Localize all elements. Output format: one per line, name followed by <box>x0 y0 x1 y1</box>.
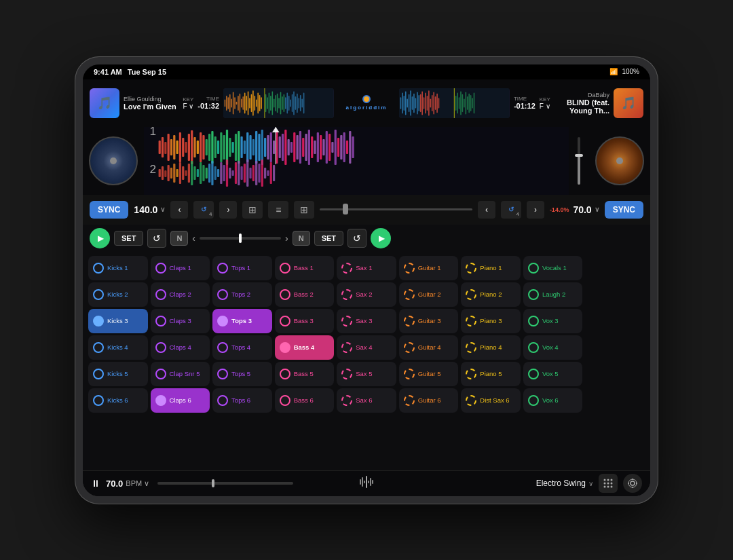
pad-dist-sax-6[interactable]: Dist Sax 6 <box>461 388 521 413</box>
nav-prev-right[interactable]: ‹ <box>478 201 495 219</box>
svg-rect-81 <box>466 92 467 114</box>
pad-bass-4[interactable]: Bass 4 <box>275 335 335 360</box>
pad-claps-6[interactable]: Claps 6 <box>151 388 210 413</box>
status-date: Tue Sep 15 <box>128 68 166 76</box>
pad-circle-bass-5 <box>280 369 290 379</box>
pad-tops-2[interactable]: Tops 2 <box>212 282 272 307</box>
pad-kicks-3[interactable]: Kicks 3 <box>88 309 148 333</box>
svg-rect-118 <box>244 141 246 154</box>
pad-label-laugh-2: Laugh 2 <box>542 291 565 298</box>
play-btn-left[interactable] <box>90 228 110 248</box>
loop-arrow-right[interactable]: ↺ <box>347 229 366 248</box>
grid-dots-btn[interactable] <box>599 474 618 493</box>
cue-n-right[interactable]: N <box>293 231 310 246</box>
svg-rect-110 <box>220 132 222 162</box>
svg-point-216 <box>628 479 637 487</box>
pad-kicks-6[interactable]: Kicks 6 <box>88 388 148 413</box>
pad-tops-3[interactable]: Tops 3 <box>212 309 272 333</box>
pad-kicks-4[interactable]: Kicks 4 <box>88 335 148 360</box>
pad-sax-6[interactable]: Sax 6 <box>337 388 396 413</box>
status-bar: 9:41 AM Tue Sep 15 📶 100% <box>83 64 650 79</box>
pad-piano-3[interactable]: Piano 3 <box>461 309 521 333</box>
settings-btn[interactable] <box>623 474 642 493</box>
loop-4-right[interactable]: ↺4 <box>501 201 521 219</box>
grid-btn-left[interactable]: ⊞ <box>294 201 314 219</box>
pad-claps-4[interactable]: Claps 4 <box>151 335 210 360</box>
pad-label-guitar-3: Guitar 3 <box>418 317 441 324</box>
pad-guitar-6[interactable]: Guitar 6 <box>399 388 459 413</box>
crossfader-track[interactable] <box>320 208 472 210</box>
pause-btn[interactable]: ⏸ <box>91 478 100 489</box>
svg-rect-71 <box>434 92 435 114</box>
pitch-bar-left[interactable] <box>200 237 281 240</box>
pad-sax-1[interactable]: Sax 1 <box>337 256 396 280</box>
pad-vox-3[interactable]: Vox 3 <box>523 309 583 333</box>
pad-sax-3[interactable]: Sax 3 <box>337 309 396 333</box>
pad-guitar-5[interactable]: Guitar 5 <box>399 362 459 386</box>
pad-kicks-1[interactable]: Kicks 1 <box>88 256 148 280</box>
mixer-btn-left[interactable]: ≡ <box>268 201 288 219</box>
set-btn-right[interactable]: SET <box>314 231 343 246</box>
pad-piano-4[interactable]: Piano 4 <box>461 335 521 360</box>
nav-prev-left[interactable]: ‹ <box>170 201 188 219</box>
pad-piano-5[interactable]: Piano 5 <box>461 362 521 386</box>
pad-piano-2[interactable]: Piano 2 <box>461 282 521 307</box>
sync-btn-right[interactable]: SYNC <box>605 201 643 219</box>
center-eq-icon[interactable] <box>358 474 375 493</box>
nav-next-left[interactable]: › <box>219 201 237 219</box>
pad-guitar-1[interactable]: Guitar 1 <box>399 256 459 280</box>
pad-clap-snr-5[interactable]: Clap Snr 5 <box>151 362 210 386</box>
cue-n-left[interactable]: N <box>170 231 188 246</box>
pad-tops-1[interactable]: Tops 1 <box>212 256 272 280</box>
pitch-prev-left[interactable]: ‹ <box>192 233 195 244</box>
pad-piano-1[interactable]: Piano 1 <box>461 256 521 280</box>
pad-label-vox-4: Vox 4 <box>542 343 559 351</box>
bottom-bpm-label[interactable]: BPM ∨ <box>126 479 149 488</box>
pad-tops-5[interactable]: Tops 5 <box>212 362 272 386</box>
bpm-arrow-right[interactable]: ∨ <box>595 206 599 213</box>
pad-guitar-3[interactable]: Guitar 3 <box>399 309 459 333</box>
sync-btn-left[interactable]: SYNC <box>90 201 128 219</box>
nav-next-right[interactable]: › <box>527 201 544 219</box>
fx-btn-left[interactable]: ⊞ <box>242 201 263 219</box>
pad-tops-6[interactable]: Tops 6 <box>212 388 272 413</box>
pad-vocals-1[interactable]: Vocals 1 <box>523 256 583 280</box>
pad-vox-4[interactable]: Vox 4 <box>523 335 583 360</box>
pad-claps-1[interactable]: Claps 1 <box>151 256 210 280</box>
svg-rect-109 <box>217 141 219 154</box>
pad-label-claps-6: Claps 6 <box>170 396 191 404</box>
pad-sax-4[interactable]: Sax 4 <box>337 335 396 360</box>
pad-bass-1[interactable]: Bass 1 <box>275 256 335 280</box>
loop-arrow-left[interactable]: ↺ <box>147 229 166 248</box>
pad-kicks-2[interactable]: Kicks 2 <box>88 282 148 307</box>
pad-bass-2[interactable]: Bass 2 <box>275 282 335 307</box>
pad-circle-kicks-4 <box>93 342 104 353</box>
pad-bass-6[interactable]: Bass 6 <box>275 388 335 413</box>
pad-vox-5[interactable]: Vox 5 <box>523 362 583 386</box>
pad-bass-3[interactable]: Bass 3 <box>275 309 335 333</box>
deck-right-time: TIME -01:12 <box>514 96 535 110</box>
pad-sax-5[interactable]: Sax 5 <box>337 362 396 386</box>
pad-laugh-2[interactable]: Laugh 2 <box>523 282 583 307</box>
genre-selector[interactable]: Electro Swing ∨ <box>536 479 593 488</box>
play-btn-right[interactable] <box>371 228 391 248</box>
pad-bass-5[interactable]: Bass 5 <box>275 362 335 386</box>
pitch-next-left[interactable]: › <box>285 233 288 244</box>
set-btn-left[interactable]: SET <box>114 231 143 246</box>
pad-tops-4[interactable]: Tops 4 <box>212 335 272 360</box>
pad-claps-3[interactable]: Claps 3 <box>151 309 210 333</box>
bpm-arrow-left[interactable]: ∨ <box>160 206 165 213</box>
pad-claps-2[interactable]: Claps 2 <box>151 282 210 307</box>
pad-vox-6[interactable]: Vox 6 <box>523 388 583 413</box>
loop-4-left[interactable]: ↺4 <box>193 201 214 219</box>
svg-rect-151 <box>340 135 342 160</box>
deck-right-key-label: KEY <box>540 96 550 102</box>
pad-sax-2[interactable]: Sax 2 <box>337 282 396 307</box>
svg-rect-145 <box>322 139 324 155</box>
pad-circle-dist-sax-6 <box>466 395 476 406</box>
pad-kicks-5[interactable]: Kicks 5 <box>88 362 148 386</box>
pad-guitar-4[interactable]: Guitar 4 <box>399 335 459 360</box>
vol-slider-right[interactable] <box>569 127 589 195</box>
bottom-pitch-bar[interactable] <box>157 482 293 485</box>
pad-guitar-2[interactable]: Guitar 2 <box>399 282 459 307</box>
